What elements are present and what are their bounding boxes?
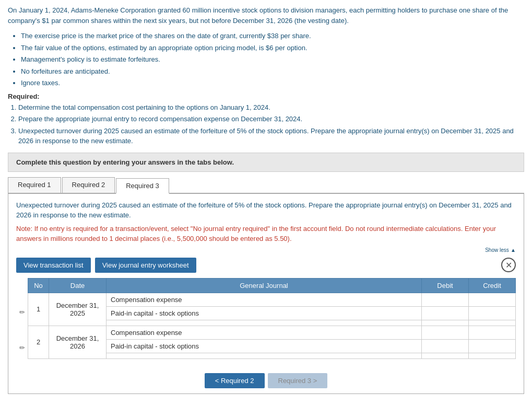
- col-date: Date: [49, 278, 107, 293]
- row1-no: 1: [28, 293, 49, 326]
- numbered-list: Determine the total compensation cost pe…: [18, 102, 524, 146]
- tab-required2[interactable]: Required 2: [62, 177, 115, 193]
- bullet-item: The fair value of the options, estimated…: [21, 43, 524, 53]
- col-credit: Credit: [469, 278, 516, 293]
- tab-required3[interactable]: Required 3: [116, 178, 169, 194]
- row2-spacer: [107, 353, 422, 358]
- row2-date: December 31, 2026: [49, 326, 107, 358]
- row2-spacer-credit: [469, 353, 516, 358]
- numbered-item-2: Prepare the appropriate journal entry to…: [18, 114, 524, 124]
- tab-required1[interactable]: Required 1: [8, 177, 61, 193]
- main-table-area: No Date General Journal Debit Credit 1 D…: [28, 278, 516, 366]
- col-debit: Debit: [422, 278, 469, 293]
- row2-entry2-debit[interactable]: [422, 339, 469, 353]
- row1-entry1-debit[interactable]: [422, 293, 469, 306]
- table-row: 2 December 31, 2026 Compensation expense: [28, 326, 516, 339]
- row2-entry1-credit[interactable]: [469, 326, 516, 339]
- row1-entry2-credit[interactable]: [469, 306, 516, 320]
- button-row: View transaction list View journal entry…: [16, 258, 516, 273]
- edit-column: ✏ ✏: [16, 278, 28, 366]
- show-less-link[interactable]: Show less ▲: [16, 246, 516, 253]
- table-header-row: No Date General Journal Debit Credit: [28, 278, 516, 293]
- close-icon: ✕: [505, 260, 512, 270]
- row1-entry1-account[interactable]: Compensation expense: [107, 293, 422, 306]
- content-area: Unexpected turnover during 2025 caused a…: [8, 194, 524, 394]
- edit-icon-row1[interactable]: ✏: [16, 295, 28, 330]
- bottom-navigation: < Required 2 Required 3 >: [16, 373, 516, 388]
- journal-table-wrapper: ✏ ✏ No Date General Journal Debit Credi: [16, 278, 516, 366]
- bullet-item: No forfeitures are anticipated.: [21, 66, 524, 77]
- row2-entry1-debit[interactable]: [422, 326, 469, 339]
- content-description: Unexpected turnover during 2025 caused a…: [16, 200, 516, 221]
- tabs-container: Required 1 Required 2 Required 3: [8, 177, 524, 194]
- content-note: Note: If no entry is required for a tran…: [16, 224, 516, 244]
- close-button[interactable]: ✕: [501, 258, 516, 272]
- table-with-edit: ✏ ✏ No Date General Journal Debit Credi: [16, 278, 516, 366]
- col-general-journal: General Journal: [107, 278, 422, 293]
- intro-paragraph: On January 1, 2024, Adams-Meneke Corpora…: [8, 5, 524, 26]
- journal-table: No Date General Journal Debit Credit 1 D…: [28, 278, 516, 359]
- view-transaction-button[interactable]: View transaction list: [16, 258, 91, 273]
- next-button: Required 3 >: [268, 373, 328, 388]
- row1-date: December 31, 2025: [49, 293, 107, 326]
- row1-spacer: [107, 320, 422, 326]
- view-journal-button[interactable]: View journal entry worksheet: [95, 258, 196, 273]
- row2-entry1-account[interactable]: Compensation expense: [107, 326, 422, 339]
- col-no: No: [28, 278, 49, 293]
- bullet-item: Management's policy is to estimate forfe…: [21, 54, 524, 65]
- numbered-item-3: Unexpected turnover during 2025 caused a…: [18, 126, 524, 146]
- row1-entry2-account[interactable]: Paid-in capital - stock options: [107, 306, 422, 320]
- row2-no: 2: [28, 326, 49, 358]
- row1-spacer-credit: [469, 320, 516, 326]
- row2-entry2-account[interactable]: Paid-in capital - stock options: [107, 339, 422, 353]
- edit-icon-row2[interactable]: ✏: [16, 330, 28, 366]
- bullet-item: Ignore taxes.: [21, 78, 524, 88]
- row1-entry2-debit[interactable]: [422, 306, 469, 320]
- bullet-item: The exercise price is the market price o…: [21, 31, 524, 41]
- bullet-list: The exercise price is the market price o…: [21, 31, 524, 88]
- row2-entry2-credit[interactable]: [469, 339, 516, 353]
- pencil-icon-2: ✏: [19, 344, 25, 352]
- row1-entry1-credit[interactable]: [469, 293, 516, 306]
- table-row: 1 December 31, 2025 Compensation expense: [28, 293, 516, 306]
- instruction-box: Complete this question by entering your …: [8, 153, 524, 172]
- prev-button[interactable]: < Required 2: [205, 373, 265, 388]
- row2-spacer-debit: [422, 353, 469, 358]
- row1-spacer-debit: [422, 320, 469, 326]
- required-heading: Required:: [8, 92, 524, 100]
- numbered-item-1: Determine the total compensation cost pe…: [18, 102, 524, 113]
- pencil-icon-1: ✏: [19, 308, 25, 316]
- show-less-arrow: ▲: [511, 247, 516, 253]
